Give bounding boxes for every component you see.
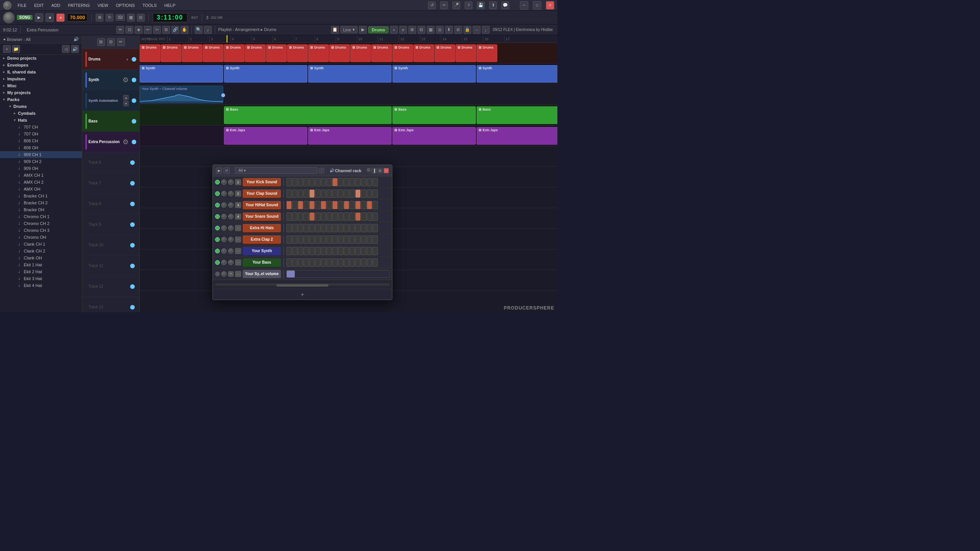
ch-clap-p11[interactable] [344,189,349,198]
drums-block-3[interactable]: ⊞ Drums [182,44,203,62]
menu-patterns[interactable]: PATTERNS [67,2,91,8]
synth-block-4[interactable]: ⊞ Synth [392,65,476,83]
synth-block-3[interactable]: ⊞ Synth [308,65,392,83]
target-icon[interactable]: ◎ [436,26,444,34]
ch-clap-p12[interactable] [350,189,355,198]
ch-sy-p5[interactable] [309,247,315,255]
sidebar-item-ekit2[interactable]: ♩ Ekit 2 Hat [0,268,82,275]
sidebar-item-clankch1[interactable]: ♩ Clank CH 1 [0,241,82,248]
track-pen-icon[interactable]: ✏ [117,38,125,46]
ch-kick-pad-7[interactable] [321,178,326,186]
ch-sy-p6[interactable] [315,247,320,255]
record-btn[interactable]: ● [56,13,65,22]
ch-sy-p15[interactable] [367,247,372,255]
ch-clap-btn[interactable]: Your Clap Sound [243,189,281,198]
ch-sn-p4[interactable] [304,212,309,221]
ch-vol-btn[interactable]: Your Sy..el volume [243,270,281,278]
cr-bar-icon[interactable]: ▐ [371,168,377,173]
cut-icon[interactable]: ✂ [440,2,448,9]
drums-block-15[interactable]: ⊞ Drums [434,44,455,62]
ch-sn-p14[interactable] [361,212,366,221]
drums-block-10[interactable]: ⊞ Drums [329,44,350,62]
play-btn[interactable]: ▶ [35,13,43,22]
ch-hh-p5[interactable] [309,201,315,209]
sidebar-item-808ch[interactable]: ♩ 808 CH [0,137,82,144]
ch-eh-p11[interactable] [344,224,349,232]
ch-eh-p6[interactable] [315,224,320,232]
undo-icon[interactable]: ↩ [144,26,152,34]
ch-eh-p8[interactable] [327,224,332,232]
ch-clap-p1[interactable] [286,189,292,198]
ch-kick-vol-knob[interactable] [221,179,227,185]
ch-clap-p6[interactable] [315,189,320,198]
menu-edit[interactable]: EDIT [33,2,45,8]
ch-eh-p7[interactable] [321,224,326,232]
ch-clap-active[interactable] [215,191,220,196]
ch-kick-pad-8[interactable] [327,178,332,186]
ch-hh-p6[interactable] [315,201,320,209]
ch-clap-p13[interactable] [355,189,361,198]
sidebar-item-packs[interactable]: ▾ Packs [0,96,82,103]
ch-hh-p13[interactable] [355,201,361,209]
auto-up-icon[interactable]: ▴ [123,95,129,100]
ch-eh-p10[interactable] [338,224,343,232]
ch-sy-p3[interactable] [298,247,303,255]
sidebar-item-myprojects[interactable]: ▸ My projects [0,89,82,96]
sidebar-search-icon[interactable]: ◁ [62,45,70,53]
ch-extraclap-pan-knob[interactable] [228,237,234,242]
ch-snare-active[interactable] [215,214,220,219]
mixer-icon[interactable]: ⊟ [137,14,145,21]
drums-menu-icon[interactable]: ▸ [127,57,129,61]
sidebar-back-icon[interactable]: ◂ [3,37,5,42]
sidebar-item-impulses[interactable]: ▸ Impulses [0,75,82,82]
ch-clap-pan-knob[interactable] [228,191,234,196]
menu-tools[interactable]: TOOLS [141,2,158,8]
ch-bass-vol-knob[interactable] [221,260,227,265]
ch-clap-p8[interactable] [327,189,332,198]
cr-grid-icon[interactable]: ⊞ [377,168,383,173]
cr-scrollbar[interactable] [215,284,390,286]
ch-ec-p2[interactable] [292,235,297,244]
sidebar-item-envelopes[interactable]: ▸ Envelopes [0,62,82,68]
ch-hh-p3[interactable] [298,201,303,209]
sidebar-item-chromooh[interactable]: ♩ Chromo OH [0,234,82,241]
ch-kick-pad-13[interactable] [355,178,361,186]
ch-extrahi-pan-knob[interactable] [228,225,234,231]
sidebar-add-icon[interactable]: + [3,45,11,53]
cr-scrollbar-thumb[interactable] [276,284,329,287]
ch-eh-p15[interactable] [367,224,372,232]
ch-kick-pad-1[interactable] [286,178,292,186]
ch-kick-pad-5[interactable] [309,178,315,186]
minimize-btn[interactable]: ─ [520,1,528,10]
ch-hh-p8[interactable] [327,201,332,209]
ch-hh-p11[interactable] [344,201,349,209]
sidebar-item-ekit3[interactable]: ♩ Ekit 3 Hat [0,275,82,282]
auto-down-icon[interactable]: ▾ [123,101,129,106]
ch-sy-p14[interactable] [361,247,366,255]
ch-clap-p9[interactable] [332,189,338,198]
bass-block-2[interactable]: ⊞ Bass [392,106,476,124]
ch-eh-p1[interactable] [286,224,292,232]
ch-ec-p6[interactable] [315,235,320,244]
ch-kick-pad-2[interactable] [292,178,297,186]
cr-play-icon[interactable]: ▶ [216,168,222,174]
sidebar-item-chromoch3[interactable]: ♩ Chromo CH 3 [0,227,82,234]
sidebar-item-chromoch1[interactable]: ♩ Chromo CH 1 [0,213,82,220]
ch-bs-p4[interactable] [304,258,309,267]
sidebar-item-ekit4[interactable]: ♩ Ekit 4 Hat [0,282,82,289]
drums-block-5[interactable]: ⊞ Drums [224,44,245,62]
ch-ec-p10[interactable] [338,235,343,244]
sidebar-item-demo[interactable]: ▸ Demo projects [0,55,82,62]
ch-bass-btn[interactable]: Your Bass [243,258,281,267]
ch-hh-p7[interactable] [321,201,326,209]
draw-icon[interactable]: ✏ [116,26,124,34]
ch-ec-p7[interactable] [321,235,326,244]
paste-icon[interactable]: 🔗 [172,26,179,34]
ch-eh-p16[interactable] [372,224,378,232]
bass-block-3[interactable]: ⊞ Bass [477,106,557,124]
drums-block-17[interactable]: ⊞ Drums [477,44,497,62]
auto-node[interactable] [221,93,225,97]
export-icon[interactable]: ⬆ [489,2,497,9]
ch-bs-p1[interactable] [286,258,292,267]
ch-clap-p2[interactable] [292,189,297,198]
